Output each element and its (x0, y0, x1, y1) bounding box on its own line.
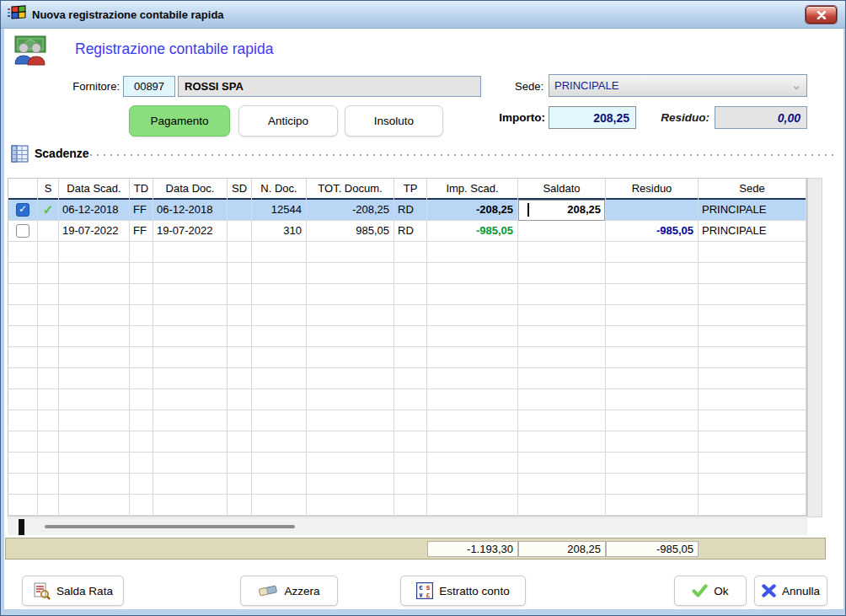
cell-n_doc[interactable]: 12544 (252, 200, 307, 221)
empty-cell (699, 410, 806, 431)
sede-value: PRINCIPALE (554, 79, 618, 92)
cell-sede[interactable]: PRINCIPALE (699, 200, 806, 221)
column-header-n_doc[interactable]: N. Doc. (252, 179, 307, 200)
total-imp-scad: -1.193,30 (427, 541, 518, 557)
column-header-sd[interactable]: SD (228, 179, 252, 200)
sede-dropdown[interactable]: PRINCIPALE ⌄ (549, 74, 807, 97)
type-button-insoluto[interactable]: Insoluto (345, 105, 443, 137)
empty-row (8, 389, 806, 410)
empty-cell (228, 368, 252, 389)
empty-cell (130, 263, 153, 284)
cell-td[interactable]: FF (130, 200, 153, 221)
column-header-saldato[interactable]: Saldato (518, 179, 606, 200)
empty-cell (252, 305, 307, 326)
column-header-sede[interactable]: Sede (699, 179, 806, 200)
cell-saldato[interactable] (518, 221, 606, 242)
column-header-data_doc[interactable]: Data Doc. (153, 179, 228, 200)
empty-cell (8, 368, 38, 389)
close-button[interactable] (806, 6, 837, 24)
vertical-scrollbar[interactable] (807, 178, 822, 517)
empty-cell (307, 242, 394, 263)
empty-cell (59, 431, 130, 453)
cell-residuo[interactable]: -985,05 (606, 221, 699, 242)
cell-imp_scad[interactable]: -208,25 (427, 200, 518, 221)
scadenze-row[interactable]: ✓✓06-12-2018FF06-12-201812544-208,25RD-2… (8, 200, 806, 221)
type-button-anticipo[interactable]: Anticipo (238, 105, 338, 137)
cell-sede[interactable]: PRINCIPALE (699, 221, 806, 242)
cell-tot_docum[interactable]: -208,25 (307, 200, 394, 221)
window-logo-icon (8, 5, 26, 24)
cell-s[interactable] (38, 221, 59, 242)
cell-s[interactable]: ✓ (38, 200, 59, 221)
empty-cell (606, 389, 699, 410)
empty-cell (394, 389, 427, 410)
empty-cell (59, 347, 130, 368)
cell-tot_docum[interactable]: 985,05 (307, 221, 394, 242)
scrollbar-thumb[interactable] (19, 519, 24, 535)
azzera-button[interactable]: Azzera (240, 576, 338, 606)
title-bar[interactable]: Nuova registrazione contabile rapida (1, 1, 845, 29)
empty-cell (307, 453, 394, 474)
cell-tp[interactable]: RD (394, 200, 427, 221)
scrollbar-bar[interactable] (45, 525, 295, 528)
ok-button[interactable]: Ok (674, 576, 747, 606)
column-header-residuo[interactable]: Residuo (606, 179, 699, 200)
empty-row (8, 347, 806, 368)
column-header-imp_scad[interactable]: Imp. Scad. (427, 179, 518, 200)
estratto-conto-button[interactable]: €$¥£Estratto conto (400, 576, 526, 606)
empty-row (8, 263, 806, 284)
empty-cell (427, 305, 518, 326)
cell-sd[interactable] (228, 200, 252, 221)
empty-cell (307, 495, 394, 516)
importo-field[interactable]: 208,25 (549, 106, 636, 129)
column-header-check[interactable] (8, 179, 38, 200)
column-header-s[interactable]: S (38, 179, 59, 200)
cell-check[interactable] (8, 221, 38, 242)
row-checkbox[interactable] (16, 224, 29, 238)
horizontal-scrollbar[interactable] (8, 517, 807, 535)
cell-data_doc[interactable]: 06-12-2018 (153, 200, 228, 221)
empty-cell (606, 410, 699, 431)
empty-cell (427, 368, 518, 389)
column-header-data_scad[interactable]: Data Scad. (59, 179, 130, 200)
cell-tp[interactable]: RD (394, 221, 427, 242)
button-label: Ok (714, 585, 728, 597)
totals-row: -1.193,30 208,25 -985,05 (5, 538, 826, 560)
cell-saldato[interactable]: 208,25 (518, 200, 606, 221)
empty-cell (59, 263, 130, 284)
empty-row (8, 284, 806, 305)
empty-cell (518, 453, 606, 474)
cell-data_scad[interactable]: 19-07-2022 (59, 221, 130, 242)
supplier-people-icon (11, 33, 50, 72)
empty-cell (8, 263, 38, 284)
cell-residuo[interactable] (606, 200, 699, 221)
scadenze-row[interactable]: 19-07-2022FF19-07-2022310985,05RD-985,05… (8, 221, 806, 242)
empty-cell (59, 326, 130, 347)
salda-rata-button[interactable]: Salda Rata (22, 576, 124, 606)
column-header-td[interactable]: TD (130, 179, 153, 200)
grid-body: ✓✓06-12-2018FF06-12-201812544-208,25RD-2… (8, 200, 806, 516)
fornitore-code-field[interactable]: 00897 (123, 76, 175, 97)
type-button-pagamento[interactable]: Pagamento (129, 105, 230, 137)
empty-cell (130, 347, 153, 368)
column-header-tot_docum[interactable]: TOT. Docum. (307, 179, 394, 200)
empty-cell (427, 410, 518, 431)
empty-cell (606, 495, 699, 516)
cell-data_scad[interactable]: 06-12-2018 (59, 200, 130, 221)
button-label: Salda Rata (56, 585, 113, 597)
empty-cell (38, 389, 59, 410)
window-title: Nuova registrazione contabile rapida (32, 8, 224, 21)
row-checkbox[interactable]: ✓ (16, 203, 29, 217)
cell-data_doc[interactable]: 19-07-2022 (153, 221, 228, 242)
cell-td[interactable]: FF (130, 221, 153, 242)
column-header-tp[interactable]: TP (394, 179, 427, 200)
chevron-down-icon: ⌄ (791, 78, 801, 92)
svg-text:£: £ (426, 592, 431, 599)
cell-check[interactable]: ✓ (8, 200, 38, 221)
cell-imp_scad[interactable]: -985,05 (427, 221, 518, 242)
empty-cell (59, 474, 130, 495)
fornitore-name-field[interactable]: ROSSI SPA (178, 76, 481, 97)
annulla-button[interactable]: Annulla (754, 576, 827, 606)
cell-sd[interactable] (228, 221, 252, 242)
cell-n_doc[interactable]: 310 (252, 221, 307, 242)
